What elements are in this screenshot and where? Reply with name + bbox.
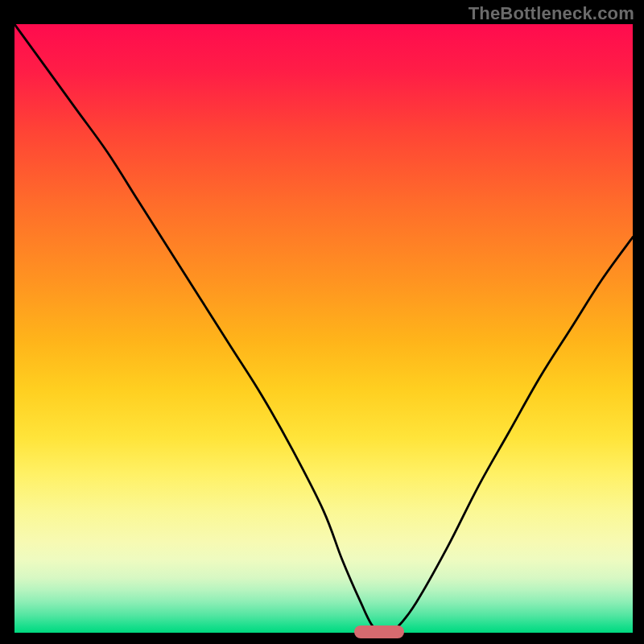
bottleneck-minimum-marker — [354, 625, 403, 638]
chart-frame: TheBottleneck.com — [0, 0, 644, 644]
watermark-text: TheBottleneck.com — [469, 3, 634, 24]
plot-area — [14, 24, 633, 633]
gradient-background — [14, 24, 633, 633]
